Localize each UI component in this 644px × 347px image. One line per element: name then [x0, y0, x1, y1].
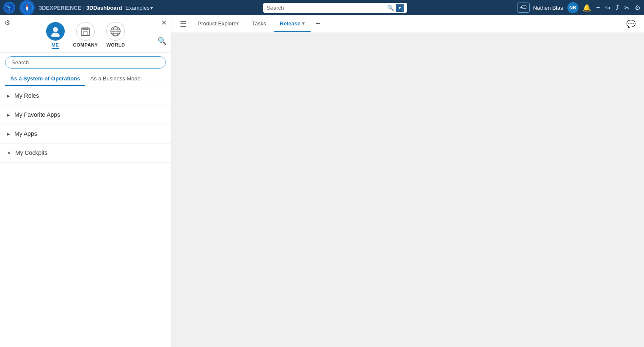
content-area: ☰ Product Explorer Tasks Release ▾ + 💬	[171, 15, 644, 347]
share-button[interactable]: ⤴	[616, 4, 619, 11]
left-panel: ⚙ ✕ ME	[0, 15, 171, 347]
panel-header: ME COMPANY	[0, 15, 171, 53]
topbar-title: 3DEXPERIENCE | 3DDashboard	[39, 5, 122, 11]
arrow-icon: ▶	[7, 132, 10, 136]
topbar-action-icons: 🔔 + ↪ ⤴ ✂ ⚙	[583, 4, 641, 12]
app-label: 3DDashboard	[86, 5, 122, 11]
panel-search-toggle-button[interactable]: 🔍	[157, 36, 167, 46]
topbar: 3D V.R 3DEXPERIENCE | 3DDashboard Exampl…	[0, 0, 644, 15]
tab-business-model[interactable]: As a Business Model	[85, 72, 146, 86]
tab-release[interactable]: Release ▾	[274, 16, 311, 32]
search-dropdown-btn[interactable]: ▾	[396, 4, 404, 12]
app-logo[interactable]: 3D V.R	[3, 2, 15, 14]
my-favorite-apps-label: My Favorite Apps	[14, 111, 60, 118]
collaborate-button[interactable]: ✂	[624, 4, 630, 12]
username-label[interactable]: Nathen Blas	[533, 5, 563, 11]
content-tabs: ☰ Product Explorer Tasks Release ▾ + 💬	[171, 15, 644, 33]
panel-search-row	[0, 53, 171, 72]
world-icon	[106, 22, 125, 41]
arrow-icon: ▼	[6, 151, 11, 155]
share-forward-button[interactable]: ↪	[605, 4, 611, 12]
panel-item-my-favorite-apps[interactable]: ▶ My Favorite Apps	[0, 105, 171, 124]
arrow-icon: ▶	[7, 94, 10, 98]
brand-label: 3DEXPERIENCE	[39, 5, 81, 11]
content-menu-button[interactable]: ☰	[176, 18, 190, 30]
content-main	[171, 33, 644, 347]
panel-user-section: ME COMPANY	[46, 20, 125, 49]
topbar-search-box: 🔍 ▾	[263, 3, 407, 13]
world-label: WORLD	[106, 42, 125, 47]
arrow-icon: ▶	[7, 113, 10, 117]
notifications-button[interactable]: 🔔	[583, 4, 591, 12]
chat-button[interactable]: 💬	[623, 18, 639, 30]
examples-dropdown[interactable]: Examples ▾	[125, 5, 153, 11]
add-tab-button[interactable]: +	[312, 18, 324, 30]
search-icon: 🔍	[387, 5, 394, 11]
tab-system-of-operations[interactable]: As a System of Operations	[5, 72, 85, 86]
tab-tasks[interactable]: Tasks	[246, 16, 272, 32]
user-avatar[interactable]: NB	[567, 2, 578, 13]
panel-list: ▶ My Roles ▶ My Favorite Apps ▶ My Apps …	[0, 86, 171, 347]
my-apps-label: My Apps	[14, 130, 37, 137]
topbar-right: Nathen Blas NB 🔔 + ↪ ⤴ ✂ ⚙	[533, 2, 641, 13]
tab-product-explorer[interactable]: Product Explorer	[192, 16, 245, 32]
me-avatar	[46, 22, 65, 41]
svg-point-8	[53, 27, 58, 32]
tag-button[interactable]: 🏷	[517, 3, 530, 13]
compass-button[interactable]	[19, 0, 36, 15]
panel-item-my-apps[interactable]: ▶ My Apps	[0, 124, 171, 143]
me-label: ME	[52, 42, 59, 49]
main-layout: ⚙ ✕ ME	[0, 15, 644, 347]
panel-search-input[interactable]	[5, 56, 166, 69]
svg-text:V.R: V.R	[8, 9, 10, 11]
svg-text:3D: 3D	[6, 5, 8, 7]
company-icon	[76, 22, 95, 41]
panel-world-item[interactable]: WORLD	[106, 22, 125, 49]
my-roles-label: My Roles	[14, 92, 39, 99]
svg-point-9	[51, 33, 60, 37]
svg-rect-12	[84, 31, 87, 36]
panel-me-item[interactable]: ME	[46, 22, 65, 49]
svg-point-7	[26, 7, 28, 8]
panel-company-item[interactable]: COMPANY	[73, 22, 98, 49]
help-button[interactable]: ⚙	[635, 4, 641, 12]
add-button[interactable]: +	[596, 4, 600, 11]
chevron-down-icon: ▾	[302, 21, 305, 26]
company-label: COMPANY	[73, 42, 98, 47]
my-cockpits-label: My Cockpits	[15, 149, 47, 156]
svg-rect-11	[83, 27, 88, 30]
topbar-search-input[interactable]	[267, 5, 385, 11]
topbar-search-area: 🔍 ▾	[165, 3, 505, 13]
panel-item-my-cockpits[interactable]: ▼ My Cockpits	[0, 143, 171, 162]
panel-item-my-roles[interactable]: ▶ My Roles	[0, 86, 171, 105]
panel-tabs: As a System of Operations As a Business …	[0, 72, 171, 86]
